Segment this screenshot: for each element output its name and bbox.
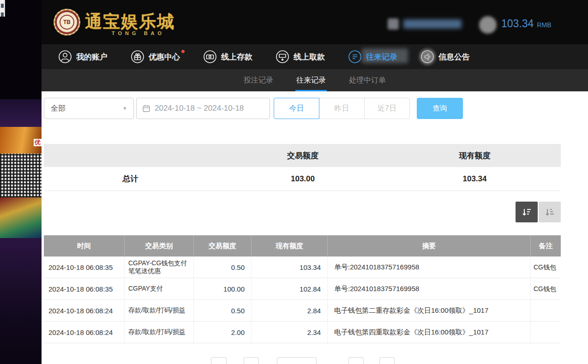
table-row: 2024-10-18 06:08:35 CGPAY支付 100.00 102.8…	[44, 278, 561, 300]
date-range-input[interactable]: 2024-10-18 ~ 2024-10-18	[136, 98, 270, 119]
pagination-button[interactable]	[348, 357, 364, 364]
site-logo-subtitle: TONG BAO	[112, 30, 165, 36]
sort-desc-button[interactable]	[516, 202, 538, 222]
summary-header-row: 交易额度 现有额度	[44, 144, 561, 167]
cell-summary: 单号:202410183757169958	[328, 257, 531, 278]
summary-total-row: 总计 103.00 103.34	[44, 167, 561, 191]
notification-dot	[181, 50, 185, 53]
cell-balance: 2.84	[252, 300, 328, 321]
col-header-balance: 现有额度	[252, 235, 328, 257]
cell-summary: 单号:202410183757169958	[328, 278, 531, 299]
type-select[interactable]: 全部 ▼	[44, 98, 134, 119]
deposit-icon	[203, 50, 217, 64]
records-icon	[348, 50, 362, 64]
withdraw-icon	[276, 50, 289, 64]
nav-item-label: 我的账户	[76, 52, 108, 62]
main-nav: 我的账户 优惠中心 线上存款 线上取款 往来记录	[42, 44, 588, 69]
nav-item-announcements[interactable]: 信息公告	[420, 50, 470, 64]
date-range-value: 2024-10-18 ~ 2024-10-18	[155, 104, 244, 113]
col-header-type: 交易类别	[125, 235, 194, 257]
cell-summary: 电子钱包第二重存款彩金《次日16:00领取》_1017	[328, 300, 531, 321]
promo-char-label: 优	[34, 139, 42, 146]
redacted-avatar	[479, 16, 497, 34]
redaction-smudge	[420, 49, 435, 65]
last7days-button[interactable]: 近7日	[364, 98, 410, 119]
cell-type: 存款/取款/打码/损益	[125, 322, 194, 343]
balance-display: 103.34 RMB	[501, 18, 551, 30]
tab-transaction-records[interactable]: 往来记录	[295, 69, 327, 91]
cell-amount: 2.00	[194, 322, 252, 343]
nav-item-label: 线上存款	[221, 52, 252, 62]
cell-note: CG钱包	[531, 278, 561, 299]
cell-time: 2024-10-18 06:08:24	[44, 300, 125, 321]
cell-type: CGPAY-CG钱包支付笔笔送优惠	[125, 257, 194, 278]
cell-note	[531, 300, 561, 321]
summary-header-empty	[44, 144, 217, 167]
cell-note: CG钱包	[531, 257, 561, 278]
cell-type: 存款/取款/打码/损益	[125, 300, 194, 321]
balance-amount: 103.34	[501, 18, 534, 30]
desktop-dark-area	[0, 0, 42, 99]
records-header-row: 时间 交易类别 交易额度 现有额度 摘要 备注	[44, 235, 561, 257]
calendar-icon	[142, 104, 150, 113]
summary-table: 交易额度 现有额度 总计 103.00 103.34	[44, 144, 561, 191]
table-row: 2024-10-18 06:08:35 CGPAY-CG钱包支付笔笔送优惠 0.…	[44, 257, 561, 278]
summary-total-balance: 103.34	[389, 167, 561, 191]
summary-total-label: 总计	[44, 167, 217, 191]
table-row: 2024-10-18 06:08:24 存款/取款/打码/损益 0.50 2.8…	[44, 300, 561, 322]
cell-amount: 0.50	[194, 257, 252, 278]
cell-time: 2024-10-18 06:08:24	[44, 322, 125, 343]
site-logo[interactable]: 通宝娱乐城	[85, 10, 175, 33]
today-button[interactable]: 今日	[274, 98, 319, 119]
sort-asc-button[interactable]	[539, 202, 561, 222]
summary-total-amount: 103.00	[217, 167, 389, 191]
promo-thumbnail: 优	[0, 127, 42, 154]
query-button[interactable]: 查询	[417, 98, 463, 119]
redacted-username	[403, 19, 462, 29]
pagination-button[interactable]	[211, 357, 227, 364]
nav-item-deposit[interactable]: 线上存款	[203, 50, 252, 64]
browser-content: TB 通宝娱乐城 TONG BAO 103.34 RMB 我的账户 优惠中心	[42, 0, 588, 364]
qr-code-thumbnail	[0, 154, 42, 197]
desktop-edge-tab	[0, 0, 5, 17]
tab-processing-orders[interactable]: 处理中订单	[348, 69, 387, 91]
cell-time: 2024-10-18 06:08:35	[44, 257, 125, 278]
logo-chip-icon[interactable]: TB	[54, 9, 80, 36]
nav-item-records[interactable]: 往来记录	[348, 50, 397, 64]
col-header-time: 时间	[44, 235, 125, 257]
nav-item-label: 往来记录	[366, 52, 397, 62]
pagination-button[interactable]	[379, 357, 395, 364]
type-select-value: 全部	[51, 104, 66, 113]
pagination-page-select[interactable]	[277, 357, 317, 364]
cell-balance: 102.84	[252, 278, 328, 299]
table-row: 2024-10-18 06:08:24 存款/取款/打码/损益 2.00 2.3…	[44, 322, 561, 343]
artwork-thumbnail	[0, 197, 42, 238]
nav-item-label: 信息公告	[438, 52, 470, 62]
cell-balance: 103.34	[252, 257, 328, 278]
col-header-note: 备注	[531, 235, 561, 257]
cell-note	[531, 322, 561, 343]
desktop-background-strip: 优	[0, 0, 42, 364]
nav-item-promotions[interactable]: 优惠中心	[131, 50, 180, 64]
col-header-amount: 交易额度	[194, 235, 252, 257]
user-icon	[58, 50, 72, 64]
nav-item-label: 线上取款	[294, 52, 325, 62]
cell-balance: 2.34	[252, 322, 328, 343]
records-table: 时间 交易类别 交易额度 现有额度 摘要 备注 2024-10-18 06:08…	[44, 235, 561, 343]
tab-betting-records[interactable]: 投注记录	[243, 69, 274, 91]
site-header: TB 通宝娱乐城 TONG BAO 103.34 RMB	[42, 0, 588, 44]
col-header-summary: 摘要	[328, 235, 531, 257]
chevron-down-icon: ▼	[123, 106, 127, 111]
cell-amount: 0.50	[194, 300, 252, 321]
summary-header-amount: 交易额度	[217, 144, 389, 167]
quick-range-group: 今日 昨日 近7日	[274, 98, 410, 119]
pagination-button[interactable]	[244, 357, 259, 364]
gift-icon	[131, 50, 144, 64]
nav-item-my-account[interactable]: 我的账户	[58, 50, 108, 64]
cell-type: CGPAY支付	[125, 278, 194, 299]
nav-item-withdraw[interactable]: 线上取款	[276, 50, 325, 64]
desktop-dark-area-bottom	[0, 238, 42, 364]
yesterday-button[interactable]: 昨日	[319, 98, 365, 119]
logo-chip-badge: TB	[60, 15, 74, 30]
cell-time: 2024-10-18 06:08:35	[44, 278, 125, 299]
